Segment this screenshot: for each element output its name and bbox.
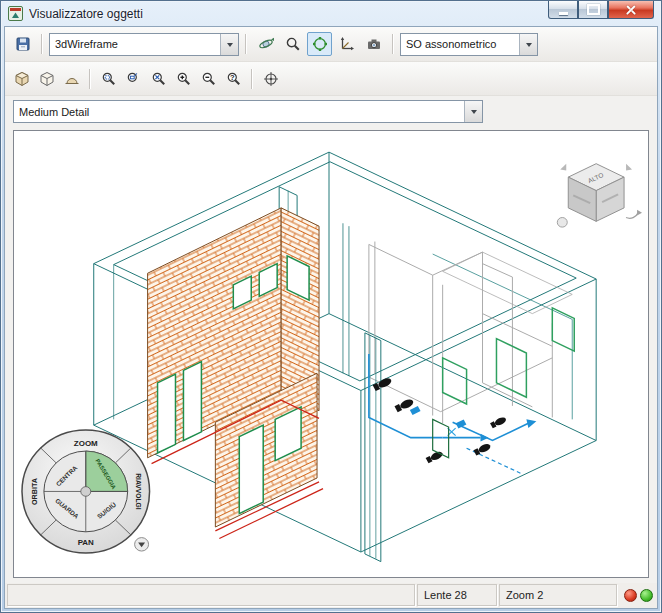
- view-preset-combo[interactable]: SO assonometrico: [400, 33, 538, 56]
- minimize-button[interactable]: [548, 1, 578, 19]
- save-icon: [15, 36, 31, 52]
- view-parallel-button[interactable]: [10, 68, 33, 90]
- status-zoom-cell: Zoom 2: [499, 584, 617, 606]
- view-preset-value: SO assonometrico: [401, 34, 519, 55]
- minimize-icon: [559, 12, 568, 15]
- steering-wheel[interactable]: ZOOM PAN ORBITA RIAVVOLGI CENTRA PASSEGG…: [22, 430, 150, 553]
- viewcube[interactable]: ALTO: [557, 164, 642, 227]
- viewcube-roll-arrow[interactable]: [626, 213, 638, 219]
- zoom-in-button[interactable]: [172, 68, 195, 90]
- app-icon: [8, 6, 23, 21]
- maximize-icon: [587, 4, 600, 15]
- zoom-dynamic-icon: [126, 71, 142, 87]
- visual-style-value: 3dWireframe: [50, 34, 220, 55]
- wheel-label-zoom[interactable]: ZOOM: [74, 439, 98, 448]
- close-icon: [625, 4, 637, 16]
- toolbar-separator: [245, 34, 247, 54]
- center-view-icon: [263, 71, 279, 87]
- zoom-extents-button[interactable]: [147, 68, 170, 90]
- svg-text:?: ?: [230, 73, 235, 82]
- cube-wire-icon: [39, 71, 55, 87]
- zoom-window-button[interactable]: [97, 68, 120, 90]
- toolbar-separator: [89, 69, 91, 89]
- magnifier-icon: [285, 36, 301, 52]
- viewcube-home-icon[interactable]: [557, 218, 567, 228]
- chevron-down-icon: [526, 43, 532, 50]
- combo-arrow-button[interactable]: [220, 34, 238, 55]
- chevron-down-icon: [227, 43, 233, 50]
- detail-row: Medium Detail: [5, 96, 657, 127]
- brick-walls: [148, 208, 319, 527]
- orbit-button[interactable]: [253, 32, 278, 56]
- combo-arrow-button[interactable]: [464, 101, 482, 122]
- zoom-window-icon: [101, 71, 117, 87]
- zoom-help-button[interactable]: ?: [222, 68, 245, 90]
- detail-combo[interactable]: Medium Detail: [13, 100, 483, 123]
- zoom-tool-button[interactable]: [280, 32, 305, 56]
- viewport[interactable]: ALTO: [13, 130, 649, 578]
- status-message-cell: [7, 584, 415, 606]
- view-perspective-button[interactable]: [35, 68, 58, 90]
- dome-icon: [64, 71, 80, 87]
- cube-shaded-icon: [14, 71, 30, 87]
- zoom-help-icon: ?: [226, 71, 242, 87]
- wheel-menu-button[interactable]: [135, 538, 149, 551]
- status-bar: Lente 28 Zoom 2: [5, 583, 657, 608]
- camera-button[interactable]: [361, 32, 386, 56]
- wheel-label-riavvolgi[interactable]: RIAVVOLGI: [135, 473, 142, 510]
- interior-partitions: [369, 242, 572, 424]
- wheel-label-pan[interactable]: PAN: [78, 538, 95, 547]
- zoom-dynamic-button[interactable]: [122, 68, 145, 90]
- view-dome-button[interactable]: [60, 68, 83, 90]
- red-led-icon: [624, 589, 637, 602]
- dialog-body: 3dWireframe: [4, 26, 658, 609]
- zoom-out-icon: [201, 71, 217, 87]
- save-button[interactable]: [10, 32, 35, 56]
- orbit-icon: [258, 36, 274, 52]
- camera-icon: [366, 36, 382, 52]
- chevron-down-icon: [471, 110, 477, 117]
- ucs-button[interactable]: [334, 32, 359, 56]
- zoom-in-icon: [176, 71, 192, 87]
- center-view-button[interactable]: [259, 68, 282, 90]
- status-lens-cell: Lente 28: [417, 584, 497, 606]
- status-led-area: [619, 584, 655, 606]
- zoom-extents-icon: [151, 71, 167, 87]
- toolbar-separator: [41, 34, 43, 54]
- combo-arrow-button[interactable]: [519, 34, 537, 55]
- window-controls: [548, 1, 654, 19]
- wheel-label-orbita[interactable]: ORBITA: [30, 477, 39, 505]
- close-button[interactable]: [608, 1, 654, 19]
- toolbar-separator: [251, 69, 253, 89]
- visual-style-combo[interactable]: 3dWireframe: [49, 33, 239, 56]
- viewcube-rotate-arrow[interactable]: [560, 164, 566, 171]
- toolbar-separator: [392, 34, 394, 54]
- maximize-button[interactable]: [578, 1, 608, 19]
- zoom-out-button[interactable]: [197, 68, 220, 90]
- constrained-orbit-button[interactable]: [307, 32, 332, 56]
- object-viewer-window: Visualizzatore oggetti 3dWireframe: [0, 0, 662, 613]
- constrained-orbit-icon: [312, 36, 328, 52]
- view-toolbar: ?: [5, 62, 657, 96]
- detail-value: Medium Detail: [14, 101, 464, 122]
- viewcube-rotate-arrow[interactable]: [626, 164, 632, 171]
- main-toolbar: 3dWireframe: [5, 27, 657, 62]
- green-led-icon: [640, 589, 653, 602]
- ucs-axes-icon: [339, 36, 355, 52]
